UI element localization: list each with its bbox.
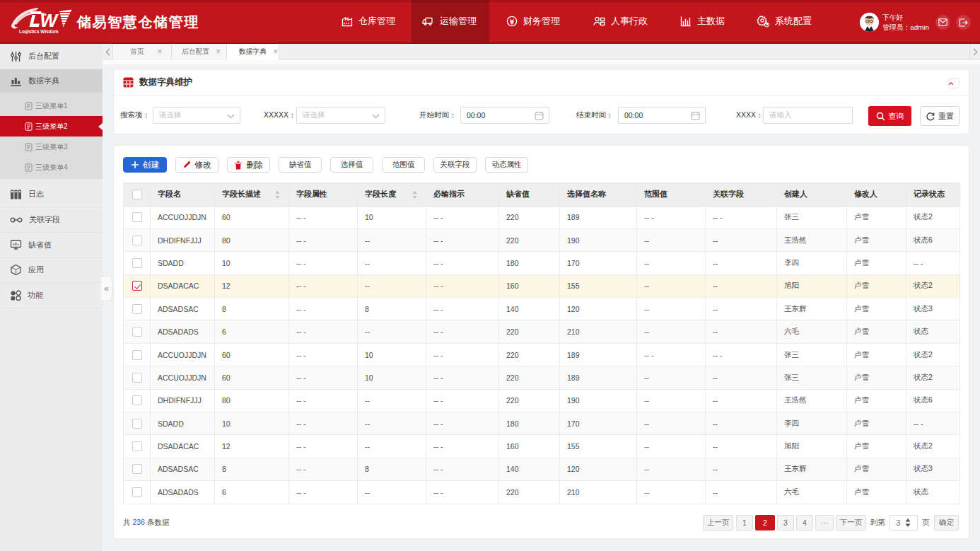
svg-text:Logistics Wisdom: Logistics Wisdom — [19, 29, 59, 35]
svg-text:W: W — [40, 10, 59, 31]
